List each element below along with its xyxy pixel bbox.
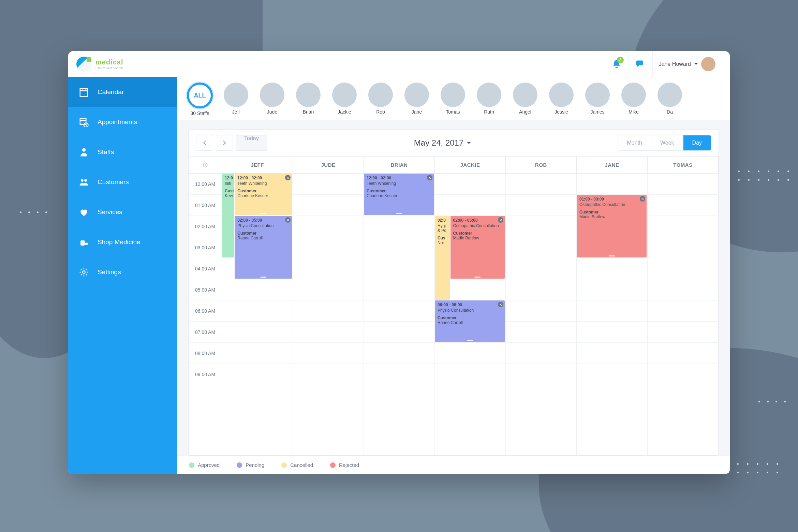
staff-filter-rob[interactable]: Rob (366, 83, 396, 115)
time-slot[interactable] (577, 322, 647, 343)
sidebar-item-calendar[interactable]: Calendar (68, 77, 177, 107)
time-slot[interactable] (648, 258, 718, 279)
close-icon[interactable]: ✕ (285, 175, 291, 180)
time-slot[interactable] (577, 343, 647, 364)
close-icon[interactable]: ✕ (640, 196, 645, 202)
time-slot[interactable] (648, 216, 718, 237)
appointment[interactable]: 02:0Hygi & PoCusNor (435, 216, 450, 300)
time-slot[interactable] (506, 364, 576, 385)
messages-button[interactable] (629, 51, 652, 77)
time-slot[interactable] (364, 216, 434, 237)
time-slot[interactable] (577, 258, 647, 279)
time-slot[interactable] (293, 343, 364, 364)
time-slot[interactable] (293, 174, 364, 195)
time-slot[interactable] (577, 364, 647, 385)
staff-filter-jessie[interactable]: Jessie (546, 83, 576, 115)
close-icon[interactable]: ✕ (498, 217, 503, 223)
time-slot[interactable] (293, 258, 364, 279)
resize-handle[interactable] (260, 213, 266, 214)
sidebar-item-services[interactable]: Services (68, 197, 177, 227)
time-slot[interactable] (435, 364, 505, 385)
appointment[interactable]: ✕12:00 - 02:00Teeth WhiteningCustomerCha… (364, 174, 434, 215)
time-slot[interactable] (577, 279, 647, 300)
resize-handle[interactable] (609, 255, 615, 256)
time-slot[interactable] (648, 237, 718, 258)
user-menu[interactable]: Jane Howard (652, 51, 722, 77)
staff-filter-all[interactable]: ALL30 Staffs (185, 83, 215, 116)
time-slot[interactable] (293, 279, 364, 300)
appointment[interactable]: ✕02:00 - 05:00Physio ConsultationCustome… (235, 216, 292, 279)
time-slot[interactable] (364, 322, 434, 343)
staff-filter-tomas[interactable]: Tomas (438, 83, 468, 115)
time-slot[interactable] (364, 237, 434, 258)
staff-filter-jackie[interactable]: Jackie (329, 83, 359, 115)
view-week[interactable]: Week (651, 135, 683, 150)
time-slot[interactable] (293, 195, 364, 216)
time-slot[interactable] (648, 300, 718, 322)
next-button[interactable] (216, 135, 233, 151)
staff-filter-jane[interactable]: Jane (402, 83, 432, 115)
staff-filter-da[interactable]: Da (655, 83, 685, 115)
time-slot[interactable] (506, 237, 576, 258)
staff-filter-jeff[interactable]: Jeff (221, 83, 251, 115)
time-slot[interactable] (364, 343, 434, 364)
prev-button[interactable] (196, 135, 213, 151)
time-slot[interactable] (435, 195, 505, 216)
time-slot[interactable] (222, 279, 293, 300)
time-slot[interactable] (506, 195, 576, 216)
today-button[interactable]: Today (236, 135, 267, 151)
time-slot[interactable] (506, 279, 576, 300)
time-slot[interactable] (364, 258, 434, 279)
appointment[interactable]: ✕06:00 - 08:00Physio ConsultationCustome… (435, 300, 505, 342)
time-slot[interactable] (435, 174, 505, 195)
resize-handle[interactable] (260, 277, 266, 278)
view-day[interactable]: Day (683, 135, 711, 150)
resize-handle[interactable] (467, 340, 473, 341)
close-icon[interactable]: ✕ (498, 302, 503, 307)
time-slot[interactable] (293, 300, 364, 322)
time-slot[interactable] (435, 343, 505, 364)
time-slot[interactable] (222, 343, 293, 364)
sidebar-item-settings[interactable]: Settings (68, 257, 177, 287)
resize-handle[interactable] (396, 213, 402, 214)
time-slot[interactable] (222, 300, 293, 322)
time-slot[interactable] (577, 300, 647, 322)
time-slot[interactable] (222, 322, 293, 343)
time-slot[interactable] (506, 300, 576, 322)
resize-handle[interactable] (474, 277, 481, 278)
time-slot[interactable] (506, 216, 576, 237)
view-month[interactable]: Month (618, 135, 651, 150)
appointment[interactable]: 12:0InitiCustKevi (222, 174, 234, 257)
time-slot[interactable] (648, 279, 718, 300)
staff-filter-mike[interactable]: Mike (619, 83, 649, 115)
time-slot[interactable] (364, 364, 434, 385)
staff-filter-james[interactable]: James (582, 83, 612, 115)
time-slot[interactable] (293, 322, 364, 343)
appointment[interactable]: ✕02:00 - 05:00Osteopathic ConsultationCu… (450, 216, 505, 279)
staff-filter-angel[interactable]: Angel (510, 83, 540, 115)
logo[interactable]: medical PREMIUM CARE (76, 57, 123, 72)
time-slot[interactable] (648, 195, 718, 216)
close-icon[interactable]: ✕ (285, 217, 291, 223)
time-slot[interactable] (648, 322, 718, 343)
staff-filter-jude[interactable]: Jude (257, 83, 287, 115)
appointment[interactable]: ✕01:00 - 03:00Osteopathic ConsultationCu… (577, 195, 647, 257)
time-slot[interactable] (648, 174, 718, 195)
time-slot[interactable] (293, 216, 364, 237)
sidebar-item-customers[interactable]: Customers (68, 167, 177, 197)
date-picker[interactable]: May 24, 2017 (267, 138, 618, 148)
staff-filter-brian[interactable]: Brian (293, 83, 323, 115)
time-slot[interactable] (506, 322, 576, 343)
appointment[interactable]: ✕12:00 - 02:00Teeth WhiteningCustomerCha… (235, 174, 292, 215)
time-slot[interactable] (364, 300, 434, 322)
sidebar-item-shop-medicine[interactable]: Shop Medicine (68, 227, 177, 257)
staff-filter-ruth[interactable]: Ruth (474, 83, 504, 115)
close-icon[interactable]: ✕ (427, 175, 432, 180)
sidebar-item-staffs[interactable]: Staffs (68, 137, 177, 167)
notifications-button[interactable]: 3 (605, 51, 629, 77)
time-slot[interactable] (577, 174, 647, 195)
sidebar-item-appointments[interactable]: Appointments (68, 107, 177, 137)
time-slot[interactable] (506, 258, 576, 279)
time-slot[interactable] (222, 364, 293, 385)
time-slot[interactable] (648, 364, 718, 385)
